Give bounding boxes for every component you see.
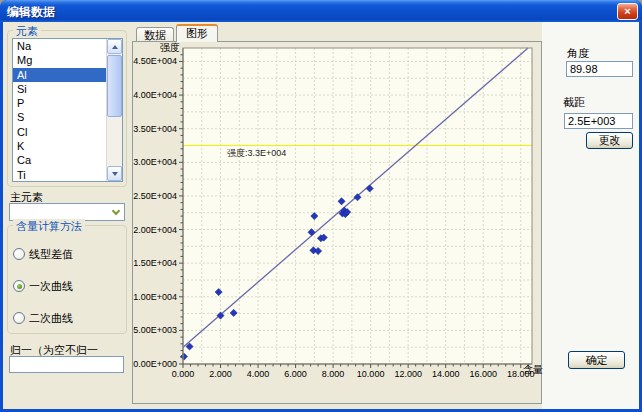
tab-graph[interactable]: 图形	[176, 24, 218, 42]
list-item-si[interactable]: Si	[13, 82, 106, 96]
y-tick-label: 1.50E+004	[133, 258, 177, 268]
change-button-label: 更改	[599, 133, 621, 148]
radio-button-icon[interactable]	[13, 312, 25, 324]
method-group-title: 含量计算方法	[13, 219, 85, 234]
x-tick-label: 6.000	[284, 369, 307, 379]
radio-option-2[interactable]: 二次曲线	[13, 311, 73, 325]
list-item-p[interactable]: P	[13, 96, 106, 110]
up-arrow-icon	[112, 45, 118, 49]
y-tick-label: 0.00E+000	[133, 359, 177, 369]
y-tick-label: 2.50E+004	[133, 191, 177, 201]
x-tick-label: 14.000	[432, 369, 460, 379]
ok-button[interactable]: 确定	[568, 351, 625, 369]
tab-data[interactable]: 数据	[136, 27, 174, 42]
y-axis-title: 强度	[160, 42, 180, 53]
ok-button-label: 确定	[586, 353, 608, 368]
list-item-na[interactable]: Na	[13, 39, 106, 53]
titlebar[interactable]: 编辑数据 ×	[0, 0, 642, 22]
edit-data-dialog: 编辑数据 × 元素 NaMgAlSiPSClKCaTi 主元素 含量计算方法 线…	[0, 0, 642, 412]
normalize-input[interactable]	[9, 356, 124, 373]
elements-scrollbar[interactable]	[106, 39, 122, 181]
list-item-s[interactable]: S	[13, 110, 106, 124]
y-tick-label: 2.00E+004	[133, 225, 177, 235]
scroll-up-button[interactable]	[107, 39, 122, 54]
tab-data-label: 数据	[144, 29, 166, 41]
x-tick-label: 8.000	[322, 369, 345, 379]
list-item-cl[interactable]: Cl	[13, 125, 106, 139]
radio-button-icon[interactable]	[13, 248, 25, 260]
graph-tab-page: 强度:3.3E+0040.0002.0004.0006.0008.00010.0…	[132, 41, 542, 404]
x-tick-label: 10.000	[357, 369, 385, 379]
intensity-content-chart: 强度:3.3E+0040.0002.0004.0006.0008.00010.0…	[133, 42, 543, 405]
x-tick-label: 12.000	[394, 369, 422, 379]
radio-label: 一次曲线	[29, 279, 73, 294]
radio-option-0[interactable]: 线型差值	[13, 247, 73, 261]
list-item-mg[interactable]: Mg	[13, 53, 106, 67]
intercept-label: 截距	[563, 95, 585, 110]
x-tick-label: 4.000	[247, 369, 270, 379]
radio-label: 线型差值	[29, 247, 73, 262]
elements-group-title: 元素	[13, 24, 41, 39]
close-icon: ×	[624, 5, 630, 17]
x-tick-label: 2.000	[209, 369, 232, 379]
x-tick-label: 0.000	[172, 369, 195, 379]
y-tick-label: 4.50E+004	[133, 56, 177, 66]
combobox-dropdown-button[interactable]	[108, 204, 124, 220]
close-button[interactable]: ×	[617, 3, 638, 20]
radio-option-1[interactable]: 一次曲线	[13, 279, 73, 293]
scroll-down-button[interactable]	[107, 166, 122, 181]
y-tick-label: 3.00E+004	[133, 157, 177, 167]
radio-button-icon[interactable]	[13, 280, 25, 292]
elements-listbox[interactable]: NaMgAlSiPSClKCaTi	[12, 38, 123, 182]
list-item-k[interactable]: K	[13, 139, 106, 153]
combobox-value	[13, 206, 106, 220]
x-tick-label: 16.000	[469, 369, 497, 379]
list-item-ti[interactable]: Ti	[13, 168, 106, 182]
tab-graph-label: 图形	[186, 27, 208, 39]
chevron-down-icon	[112, 206, 120, 214]
down-arrow-icon	[112, 172, 118, 176]
angle-label: 角度	[567, 46, 589, 61]
x-axis-title: 含量	[523, 364, 543, 375]
radio-label: 二次曲线	[29, 311, 73, 326]
intercept-input[interactable]	[564, 113, 633, 129]
y-tick-label: 1.00E+004	[133, 292, 177, 302]
scroll-thumb[interactable]	[107, 55, 122, 117]
change-button[interactable]: 更改	[586, 132, 633, 149]
elements-list: NaMgAlSiPSClKCaTi	[13, 39, 106, 181]
y-tick-label: 3.50E+004	[133, 124, 177, 134]
list-item-ca[interactable]: Ca	[13, 153, 106, 167]
list-item-al[interactable]: Al	[13, 68, 106, 82]
y-tick-label: 5.00E+003	[133, 325, 177, 335]
threshold-label: 强度:3.3E+004	[227, 148, 286, 158]
window-title: 编辑数据	[7, 4, 55, 21]
angle-input[interactable]	[566, 61, 633, 77]
y-tick-label: 4.00E+004	[133, 90, 177, 100]
